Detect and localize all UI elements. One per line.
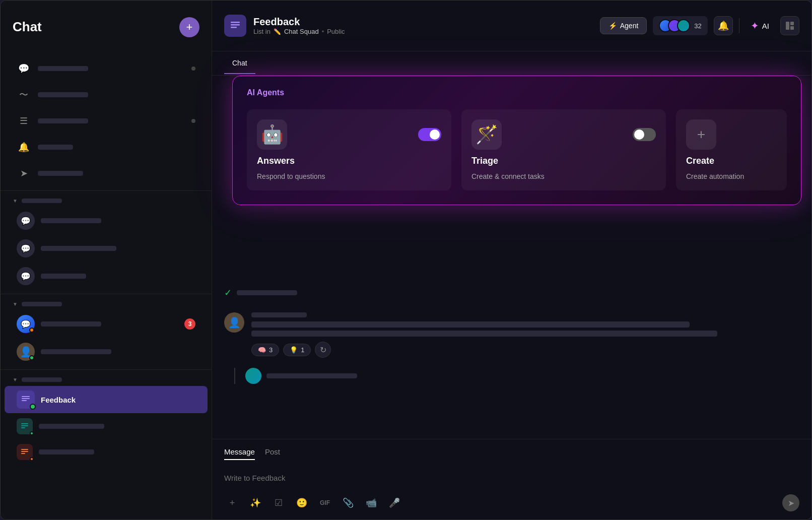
svg-rect-5	[21, 427, 25, 428]
section-header-1[interactable]: ▼	[1, 195, 212, 207]
agent-card-create: + Create Create automation	[676, 109, 787, 190]
layout-button[interactable]	[780, 16, 799, 35]
nav-item-activity[interactable]: 〜	[5, 83, 208, 107]
nav-label	[38, 66, 88, 71]
clip-button[interactable]: 📎	[340, 495, 356, 511]
svg-rect-3	[21, 423, 28, 424]
send-icon: ➤	[17, 166, 31, 180]
reaction-brain[interactable]: 🧠 3	[251, 344, 279, 356]
nav-item-tasks[interactable]: ☰	[5, 109, 208, 133]
brain-count: 3	[269, 346, 273, 354]
message-input-area: Message Post + ✨ ☑ 🙂 GIF 📎 📹 🎤 ➤	[212, 439, 811, 519]
reply-row	[234, 368, 799, 384]
message-avatar: 👤	[224, 312, 244, 333]
chevron-down-icon: ▼	[13, 377, 18, 382]
attach-plus-button[interactable]: +	[224, 495, 240, 511]
feedback-label: Feedback	[41, 396, 76, 404]
triage-name: Triage	[471, 156, 656, 166]
ai-button[interactable]: ✦ AI	[746, 17, 774, 35]
sidebar-header: Chat +	[1, 1, 212, 51]
svg-rect-9	[231, 22, 240, 23]
triage-emoji: 🪄	[471, 119, 502, 150]
channel-item-2[interactable]: 💬	[5, 235, 208, 262]
task-button[interactable]: ☑	[270, 495, 287, 511]
channel-item-3[interactable]: 💬	[5, 263, 208, 290]
notification-button[interactable]: 🔔	[714, 16, 733, 35]
nav-icons: 💬 〜 ☰ 🔔 ➤	[1, 51, 212, 191]
section-header-3[interactable]: ▼	[1, 374, 212, 385]
svg-rect-13	[790, 22, 794, 25]
list-icon-svg	[21, 422, 29, 430]
agent-label: Agent	[620, 22, 639, 30]
members-button[interactable]: 32	[653, 16, 707, 35]
section-header-2[interactable]: ▼	[1, 298, 212, 310]
agents-grid: 🤖 Answers Respond to questions 🪄 Triage	[247, 109, 787, 190]
member-count: 32	[694, 22, 701, 30]
channel-label	[39, 449, 94, 454]
divider	[739, 18, 739, 33]
audio-button[interactable]: 🎤	[386, 495, 402, 511]
section-label	[22, 377, 62, 382]
tab-chat-label: Chat	[232, 59, 247, 67]
tab-message[interactable]: Message	[224, 447, 255, 460]
sidebar-item-list2[interactable]	[5, 439, 208, 465]
channel-icon: 💬	[17, 239, 35, 257]
agent-card-triage-header: 🪄	[471, 119, 656, 150]
bulb-emoji: 💡	[290, 346, 298, 354]
svg-rect-4	[21, 425, 28, 426]
sidebar-item-list1[interactable]	[5, 414, 208, 439]
create-plus-button[interactable]: +	[686, 119, 716, 150]
status-dot	[29, 328, 34, 333]
reaction-bulb[interactable]: 💡 1	[283, 344, 311, 356]
svg-rect-1	[22, 398, 30, 399]
message-input[interactable]	[224, 465, 799, 490]
channel-avatar-wrap: 👤	[17, 343, 35, 361]
gif-button[interactable]: GIF	[317, 495, 333, 511]
emoji-button[interactable]: 🙂	[294, 495, 310, 511]
dot-separator: •	[322, 28, 324, 35]
toggle-knob	[634, 129, 644, 140]
status-dot	[30, 404, 36, 410]
answers-emoji: 🤖	[257, 119, 287, 150]
tab-message-label: Message	[224, 447, 255, 456]
topbar-right: ⚡ Agent 32 🔔 ✦ AI	[600, 16, 799, 35]
message-text-1	[251, 321, 690, 328]
channel-icon: 💬	[17, 267, 35, 285]
answers-toggle[interactable]	[418, 128, 441, 141]
unread-badge: 3	[184, 318, 195, 330]
svg-rect-14	[790, 26, 794, 30]
channel-item-dm2[interactable]: 👤	[5, 338, 208, 365]
nav-item-bell[interactable]: 🔔	[5, 135, 208, 159]
svg-rect-8	[21, 453, 25, 454]
activity-icon: 〜	[17, 88, 31, 102]
main-content: Feedback List in ✏️ Chat Squad • Public …	[212, 1, 811, 519]
section-label	[22, 199, 62, 203]
sparkle-button[interactable]: ✨	[247, 495, 263, 511]
new-chat-button[interactable]: +	[179, 17, 199, 37]
agent-button[interactable]: ⚡ Agent	[600, 17, 647, 34]
agent-card-answers: 🤖 Answers Respond to questions	[247, 109, 451, 190]
member-avatars	[659, 19, 686, 32]
create-desc: Create automation	[686, 172, 744, 180]
tab-post[interactable]: Post	[265, 447, 280, 460]
status-dot	[30, 431, 34, 435]
sidebar-item-feedback[interactable]: Feedback	[5, 386, 208, 413]
svg-rect-0	[22, 396, 30, 397]
message-row-1: 👤 🧠 3 💡 1 ↻	[224, 312, 799, 358]
channel-label	[41, 218, 101, 223]
channel-item-dm1[interactable]: 💬 3	[5, 310, 208, 338]
triage-toggle[interactable]	[633, 128, 656, 141]
channel-item-1[interactable]: 💬	[5, 207, 208, 234]
add-reaction-button[interactable]: ↻	[315, 342, 331, 358]
send-button[interactable]: ➤	[782, 494, 799, 511]
input-toolbar: + ✨ ☑ 🙂 GIF 📎 📹 🎤 ➤	[224, 494, 799, 511]
video-button[interactable]: 📹	[363, 495, 379, 511]
nav-badge	[191, 119, 195, 123]
answers-name: Answers	[257, 156, 441, 166]
tab-chat[interactable]: Chat	[224, 53, 255, 74]
svg-rect-2	[22, 400, 27, 401]
status-dot	[30, 457, 34, 461]
nav-item-send[interactable]: ➤	[5, 161, 208, 185]
nav-item-chat[interactable]: 💬	[5, 56, 208, 81]
pencil-icon: ✏️	[274, 28, 281, 35]
